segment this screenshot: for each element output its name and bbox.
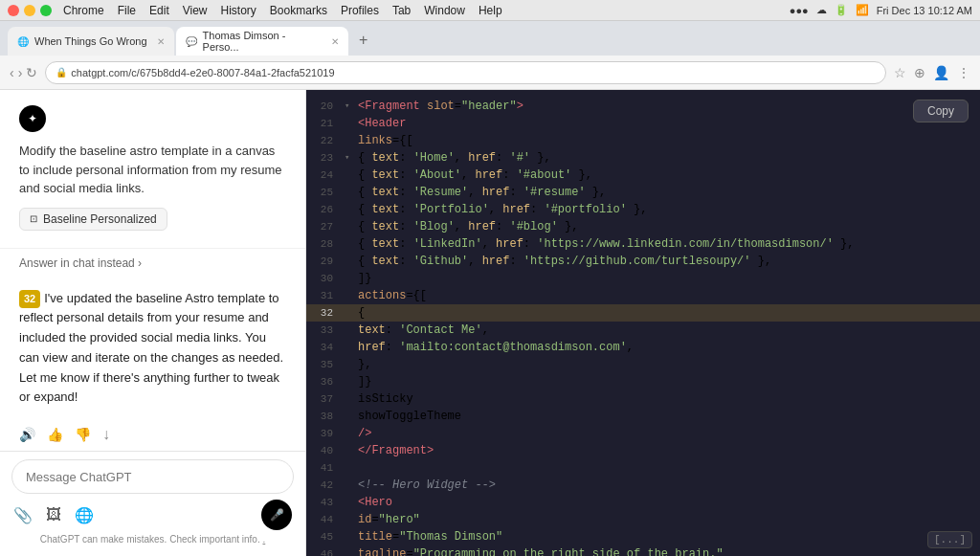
tab-chatgpt[interactable]: 💬 Thomas Dimson - Perso... ✕ xyxy=(176,27,348,56)
extensions-icon[interactable]: ⊕ xyxy=(914,65,925,80)
code-text: { text: 'Portfolio', href: '#portfolio' … xyxy=(358,201,648,218)
speaker-icon[interactable]: 🔊 xyxy=(19,427,35,442)
menu-window[interactable]: Window xyxy=(424,4,465,17)
tab-close-button[interactable]: ✕ xyxy=(157,36,165,47)
menu-profiles[interactable]: Profiles xyxy=(341,4,379,17)
tab-close-button[interactable]: ✕ xyxy=(331,36,339,47)
code-text: }, xyxy=(358,356,371,373)
thumbs-up-icon[interactable]: 👍 xyxy=(47,427,63,442)
line-number: 34 xyxy=(306,339,345,356)
disclaimer-link[interactable]: . xyxy=(262,534,265,545)
chat-prompt-box: ✦ Modify the baseline astro template in … xyxy=(0,90,305,249)
code-line: 23▾ { text: 'Home', href: '#' }, xyxy=(306,149,980,167)
tab-icon: 💬 xyxy=(186,36,197,47)
collapse-arrow[interactable]: ▾ xyxy=(345,149,358,167)
code-line: 44 id="hero" xyxy=(306,511,980,528)
tab-bar: 🌐 When Things Go Wrong ✕ 💬 Thomas Dimson… xyxy=(0,21,980,56)
canvas-label: Baseline Personalized xyxy=(43,212,157,226)
thumbs-down-icon[interactable]: 👎 xyxy=(75,427,91,442)
line-number: 39 xyxy=(306,425,345,442)
attach-icon[interactable]: 📎 xyxy=(13,506,33,524)
code-line: 41 xyxy=(306,459,980,477)
code-line: 46 tagline="Programming on the right sid… xyxy=(306,545,980,556)
line-number: 35 xyxy=(306,356,345,373)
line-number: 44 xyxy=(306,511,345,528)
code-line: 35 }, xyxy=(306,356,980,373)
code-text: /> xyxy=(358,425,371,442)
code-line: 40</Fragment> xyxy=(306,442,980,459)
message-input[interactable] xyxy=(11,459,294,494)
menu-help[interactable]: Help xyxy=(479,4,502,17)
code-text: ]} xyxy=(358,270,371,287)
code-text: { text: 'Github', href: 'https://github.… xyxy=(358,253,771,270)
new-tab-button[interactable]: + xyxy=(350,27,377,54)
input-actions: 📎 🖼 🌐 🎤 xyxy=(11,494,294,532)
menu-chrome[interactable]: Chrome xyxy=(63,4,104,17)
code-line: 36 ]} xyxy=(306,373,980,390)
profile-icon[interactable]: 👤 xyxy=(933,65,949,80)
image-icon[interactable]: 🖼 xyxy=(46,506,61,524)
code-line: 37 isSticky xyxy=(306,390,980,408)
browser-actions: ☆ ⊕ 👤 ⋮ xyxy=(894,65,970,80)
collapse-arrow[interactable]: ▾ xyxy=(345,98,358,115)
code-text: <Fragment slot="header"> xyxy=(358,98,523,115)
line-number: 32 xyxy=(306,304,345,322)
traffic-lights[interactable] xyxy=(8,5,52,16)
code-text: id="hero" xyxy=(358,511,420,528)
code-text: isSticky xyxy=(358,390,413,408)
close-button[interactable] xyxy=(8,5,19,16)
menu-bookmarks[interactable]: Bookmarks xyxy=(270,4,327,17)
refresh-button[interactable]: ↻ xyxy=(26,65,37,80)
chat-sidebar: ✦ Modify the baseline astro template in … xyxy=(0,90,306,556)
lock-icon: 🔒 xyxy=(56,67,67,78)
line-number: 30 xyxy=(306,270,345,287)
title-bar: Chrome File Edit View History Bookmarks … xyxy=(0,0,980,21)
menu-tab[interactable]: Tab xyxy=(392,4,411,17)
code-line: 38 showToggleTheme xyxy=(306,408,980,425)
code-text: <!-- Hero Widget --> xyxy=(358,477,496,494)
more-icon[interactable]: ⋮ xyxy=(957,65,970,80)
code-text: title="Thomas Dimson" xyxy=(358,528,502,545)
line-number: 37 xyxy=(306,390,345,408)
url-text: chatgpt.com/c/675b8dd4-e2e0-8007-84a1-2f… xyxy=(71,67,334,78)
menu-file[interactable]: File xyxy=(118,4,136,17)
code-line: 22 links={[ xyxy=(306,132,980,149)
mic-button[interactable]: 🎤 xyxy=(261,500,292,530)
menu-view[interactable]: View xyxy=(183,4,208,17)
line-number: 42 xyxy=(306,477,345,494)
line-number: 43 xyxy=(306,494,345,511)
code-line: 31 actions={[ xyxy=(306,287,980,304)
code-text: actions={[ xyxy=(358,287,427,304)
code-line: 21 <Header xyxy=(306,115,980,132)
code-text: href: 'mailto:contact@thomasdimson.com', xyxy=(358,339,634,356)
input-action-left: 📎 🖼 🌐 xyxy=(13,506,94,524)
minimize-button[interactable] xyxy=(24,5,35,16)
bookmark-icon[interactable]: ☆ xyxy=(894,65,906,80)
globe-icon[interactable]: 🌐 xyxy=(75,506,94,524)
ellipsis-indicator: [...] xyxy=(927,531,972,548)
menu-edit[interactable]: Edit xyxy=(149,4,169,17)
tab-label: When Things Go Wrong xyxy=(34,35,147,47)
line-number: 46 xyxy=(306,545,345,556)
line-number: 26 xyxy=(306,201,345,218)
line-number: 24 xyxy=(306,167,345,184)
code-line: 30 ]} xyxy=(306,270,980,287)
code-text: { text: 'LinkedIn', href: 'https://www.l… xyxy=(358,235,855,253)
back-button[interactable]: ‹ xyxy=(10,65,14,80)
canvas-badge[interactable]: ⊡ Baseline Personalized xyxy=(19,208,167,231)
code-text: { text: 'Home', href: '#' }, xyxy=(358,149,551,167)
copy-button[interactable]: Copy xyxy=(913,100,969,122)
menu-history[interactable]: History xyxy=(221,4,256,17)
regenerate-icon[interactable]: ↓ xyxy=(102,426,110,443)
maximize-button[interactable] xyxy=(40,5,52,16)
code-line: 43<Hero xyxy=(306,494,980,511)
forward-button[interactable]: › xyxy=(18,65,23,80)
code-line: 32 { xyxy=(306,304,980,322)
line-number: 27 xyxy=(306,218,345,235)
code-line: 20▾<Fragment slot="header"> xyxy=(306,98,980,115)
url-bar[interactable]: 🔒 chatgpt.com/c/675b8dd4-e2e0-8007-84a1-… xyxy=(45,61,886,84)
line-number: 22 xyxy=(306,132,345,149)
tab-when-things[interactable]: 🌐 When Things Go Wrong ✕ xyxy=(8,27,174,56)
answer-chat-link[interactable]: Answer in chat instead › xyxy=(19,256,286,270)
line-number: 25 xyxy=(306,184,345,201)
